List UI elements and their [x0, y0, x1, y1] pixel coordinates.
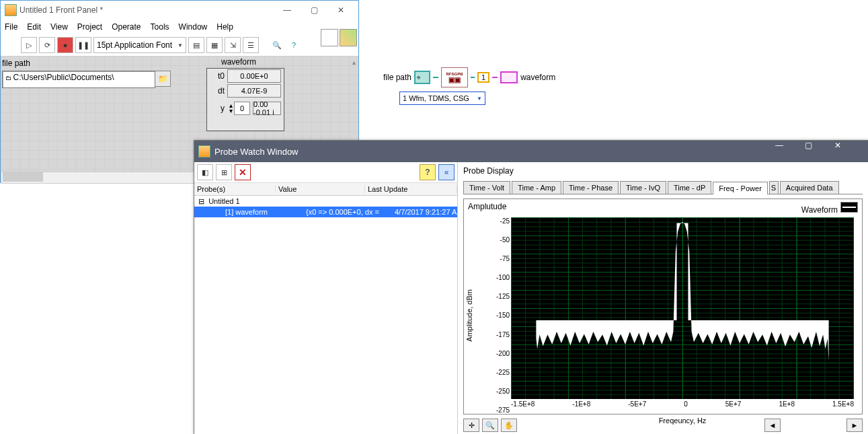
t0-label: t0 [207, 71, 227, 81]
front-panel-titlebar[interactable]: Untitled 1 Front Panel * — ▢ ✕ [1, 1, 358, 20]
probe-row-waveform-value: {x0 => 0.000E+0, dx = [303, 208, 392, 216]
y-axis-label: Amplitude, dBm [465, 289, 473, 342]
cursor-tool-button[interactable]: ✛ [463, 419, 479, 432]
probe-row-vi-name: Untitled 1 [208, 197, 239, 205]
probe-window-title: Probe Watch Window [214, 147, 775, 157]
probe-list-panel: ◧ ⊞ ✕ ? « Probe(s) Value Last Update ⊟ U… [194, 162, 458, 434]
search-icon[interactable]: 🔍 [270, 38, 284, 52]
bd-config-dropdown-label: 1 Wfm, TDMS, CSG [403, 94, 469, 102]
y-index[interactable]: 0 [234, 102, 250, 115]
help-icon[interactable]: ? [420, 164, 436, 180]
y-tick-labels: -25-50-75-100-125-150-175-200-225-250-27… [485, 217, 510, 414]
zoom-tool-button[interactable]: 🔍 [482, 419, 498, 432]
waveform-label: waveform [221, 57, 256, 67]
file-path-input[interactable]: 🗀 C:\Users\Public\Documents\ [2, 71, 155, 88]
chart-plot[interactable]: -25-50-75-100-125-150-175-200-225-250-27… [475, 217, 858, 414]
bd-config-dropdown[interactable]: 1 Wfm, TDMS, CSG [399, 92, 485, 105]
probe-tree-button[interactable]: ⊞ [216, 164, 232, 180]
waveform-cluster: t0 0.00E+0 dt 4.07E-9 y ▴▾ 0 0.00 -0.01 … [206, 68, 284, 131]
collapse-panel-button[interactable]: « [438, 164, 455, 180]
bd-rfsgpb-node[interactable]: RFSGPB▣▣ [441, 67, 468, 87]
chart-title: Amplutude [468, 202, 506, 215]
chart-container: Amplutude Waveform Amplitude, dBm -25-50… [463, 198, 863, 414]
probe-close-button[interactable]: ✕ [834, 141, 864, 162]
pause-button[interactable]: ❚❚ [75, 37, 91, 53]
labview-vi-icon [5, 4, 17, 16]
probe-minimize-button[interactable]: — [775, 141, 805, 162]
probe-display-tabs: Time - Volt Time - Amp Time - Phase Time… [463, 181, 863, 194]
file-path-value: C:\Users\Public\Documents\ [13, 73, 114, 82]
front-panel-toolbar: ▷ ⟳ ● ❚❚ 15pt Application Font ▤ ▦ ⇲ ☰ 🔍… [1, 34, 358, 56]
chart-canvas [511, 217, 854, 399]
probe-maximize-button[interactable]: ▢ [805, 141, 834, 162]
browse-folder-button[interactable]: 📁 [155, 71, 171, 87]
probe-titlebar[interactable]: Probe Watch Window — ▢ ✕ [194, 141, 868, 162]
tab-acquired-data[interactable]: Acquired Data [780, 181, 839, 194]
bd-path-terminal[interactable]: ⎆ [414, 71, 430, 84]
menu-view[interactable]: View [50, 22, 68, 32]
y-value[interactable]: 0.00 -0.01 i [253, 102, 281, 115]
align-button[interactable]: ▤ [188, 37, 204, 53]
tab-time-dp[interactable]: Time - dP [668, 181, 711, 194]
header-last-update[interactable]: Last Update [365, 185, 457, 193]
dt-value[interactable]: 4.07E-9 [227, 84, 281, 98]
context-help-icon[interactable]: ? [286, 38, 301, 52]
labview-vi-icon [198, 145, 210, 157]
file-path-label: file path [2, 59, 30, 68]
bd-waveform-terminal[interactable] [500, 71, 518, 83]
tab-time-volt[interactable]: Time - Volt [463, 181, 510, 194]
maximize-button[interactable]: ▢ [301, 1, 327, 20]
probe-table-header: Probe(s) Value Last Update [194, 183, 457, 196]
t0-value[interactable]: 0.00E+0 [227, 69, 281, 83]
font-selector[interactable]: 15pt Application Font [93, 37, 186, 53]
menu-edit[interactable]: Edit [27, 22, 41, 32]
reorder-button[interactable]: ☰ [243, 37, 259, 53]
y-label: y [207, 104, 227, 113]
probe-row-waveform[interactable]: [1] waveform {x0 => 0.000E+0, dx = 4/7/2… [194, 207, 457, 217]
chart-legend-label: Waveform [801, 205, 838, 215]
tab-time-amp[interactable]: Time - Amp [512, 181, 561, 194]
resize-objects-button[interactable]: ⇲ [225, 37, 241, 53]
dt-label: dt [207, 86, 227, 96]
new-probe-button[interactable]: ◧ [197, 164, 213, 180]
tab-time-ivq[interactable]: Time - IvQ [620, 181, 666, 194]
probe-watch-window: Probe Watch Window — ▢ ✕ ◧ ⊞ ✕ ? « Probe… [194, 140, 868, 434]
chart-trace [511, 217, 854, 361]
minimize-button[interactable]: — [274, 1, 301, 20]
tab-time-phase[interactable]: Time - Phase [563, 181, 619, 194]
x-axis-label: Freqeuncy, Hz [511, 417, 854, 425]
bd-probe-index[interactable]: 1 [477, 72, 489, 83]
tab-freq-power[interactable]: Freq - Power [713, 182, 768, 194]
run-button[interactable]: ▷ [21, 37, 37, 53]
abort-button[interactable]: ● [57, 37, 73, 53]
header-probes[interactable]: Probe(s) [194, 185, 276, 193]
delete-probe-button[interactable]: ✕ [235, 164, 251, 180]
probe-display-title: Probe Display [458, 162, 868, 177]
vi-icon[interactable] [340, 29, 357, 46]
menu-window[interactable]: Window [179, 22, 208, 32]
menu-bar: File Edit View Project Operate Tools Win… [1, 20, 358, 34]
x-tick-labels: -1.5E+8-1E+8-5E+705E+71E+81.5E+8 [511, 400, 854, 414]
tab-s[interactable]: S [769, 181, 779, 194]
menu-tools[interactable]: Tools [151, 22, 169, 32]
bd-file-path-label: file path [383, 73, 411, 82]
menu-file[interactable]: File [5, 22, 17, 32]
probe-display-panel: Probe Display Time - Volt Time - Amp Tim… [458, 162, 868, 434]
connector-pane-icon[interactable] [321, 29, 338, 46]
probe-row-vi[interactable]: ⊟ Untitled 1 [194, 196, 457, 207]
distribute-button[interactable]: ▦ [206, 37, 223, 53]
menu-operate[interactable]: Operate [112, 22, 141, 32]
bd-waveform-label: waveform [520, 73, 555, 82]
font-selector-label: 15pt Application Font [97, 40, 172, 50]
header-value[interactable]: Value [276, 185, 365, 193]
window-title: Untitled 1 Front Panel * [19, 5, 274, 15]
run-continuous-button[interactable]: ⟳ [39, 37, 55, 53]
probe-row-waveform-name: [1] waveform [194, 208, 303, 216]
resize-caret-icon: ▴ [352, 59, 356, 66]
close-button[interactable]: ✕ [327, 1, 354, 20]
block-diagram-snippet: file path ⎆ RFSGPB▣▣ 1 waveform 1 Wfm, T… [383, 67, 565, 105]
menu-project[interactable]: Project [77, 22, 102, 32]
probe-row-waveform-last: 4/7/2017 9:21:27 AM [392, 208, 457, 216]
menu-help[interactable]: Help [216, 22, 233, 32]
legend-swatch-icon [840, 202, 858, 213]
